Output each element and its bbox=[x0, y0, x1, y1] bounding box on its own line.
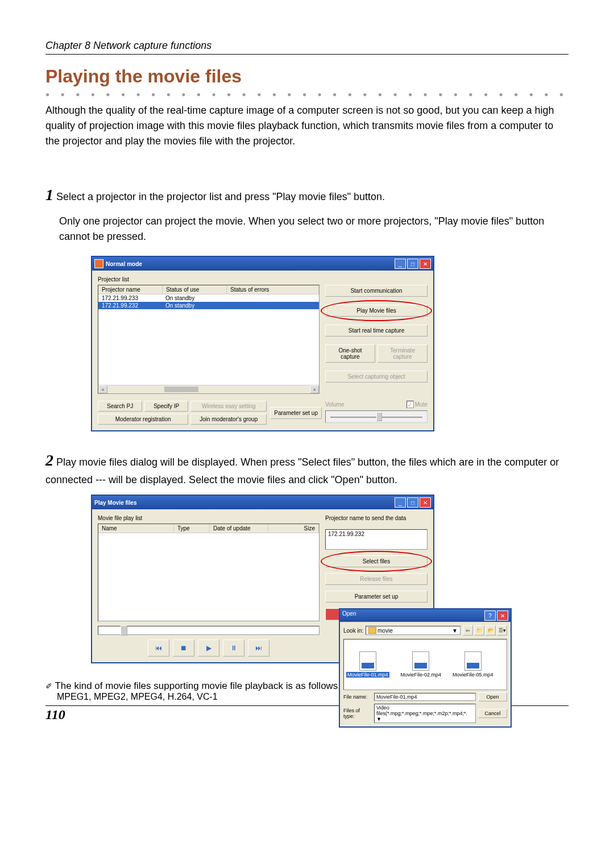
movie-file-list[interactable]: Name Type Date of update Size bbox=[98, 524, 320, 621]
cancel-button[interactable]: Cancel bbox=[478, 709, 507, 718]
open-file-dialog: Open ? ✕ Look in: movie ▼ ⇦ 📁 bbox=[339, 608, 512, 728]
new-folder-icon[interactable]: 📂 bbox=[486, 625, 496, 636]
volume-slider[interactable] bbox=[325, 410, 428, 423]
column-header[interactable]: Type bbox=[174, 524, 210, 533]
playback-progress[interactable] bbox=[98, 626, 320, 635]
column-header[interactable]: Size bbox=[268, 524, 319, 533]
file-list[interactable]: MovieFile-01.mp4 MovieFile-02.mp4 MovieF… bbox=[343, 639, 507, 690]
volume-label: Volume bbox=[325, 401, 344, 408]
folder-icon bbox=[368, 627, 376, 634]
intro-paragraph: Although the quality of the real-time ca… bbox=[45, 103, 569, 149]
window-title: Play Movie files bbox=[94, 500, 136, 506]
filename-input[interactable]: MovieFile-01.mp4 bbox=[374, 693, 476, 701]
step-text: Play movie files dialog will be displaye… bbox=[45, 456, 559, 485]
playlist-label: Movie file play list bbox=[98, 515, 320, 521]
pause-button[interactable]: ⏸ bbox=[223, 639, 244, 657]
decorative-dots: ● ● ● ● ● ● ● ● ● ● ● ● ● ● ● ● ● ● ● ● … bbox=[45, 90, 569, 98]
lookin-dropdown[interactable]: movie ▼ bbox=[366, 626, 460, 635]
lookin-label: Look in: bbox=[343, 628, 363, 634]
column-header[interactable]: Name bbox=[98, 524, 174, 533]
filetype-dropdown[interactable]: Video files(*.mpg;*.mpeg;*.mpe;*.m2p;*.m… bbox=[374, 704, 476, 723]
video-file-icon bbox=[359, 651, 376, 671]
column-header[interactable]: Status of use bbox=[163, 285, 227, 294]
chapter-header: Chapter 8 Network capture functions bbox=[45, 40, 569, 55]
step-number: 2 bbox=[45, 451, 53, 469]
window-title: Open bbox=[342, 610, 356, 621]
column-header[interactable]: Date of update bbox=[210, 524, 268, 533]
step-paragraph: Only one projector can project the movie… bbox=[59, 214, 569, 244]
open-button[interactable]: Open bbox=[478, 692, 507, 701]
video-file-icon bbox=[464, 651, 482, 671]
back-icon[interactable]: ⇦ bbox=[463, 625, 473, 636]
titlebar: Play Movie files _ □ ✕ bbox=[92, 496, 433, 509]
table-row[interactable]: 172.21.99.233 On standby bbox=[98, 294, 319, 302]
scroll-right-icon[interactable]: > bbox=[310, 385, 319, 393]
close-button[interactable]: ✕ bbox=[497, 610, 508, 621]
terminate-capture-button[interactable]: Terminate capture bbox=[377, 344, 428, 363]
scroll-thumb[interactable] bbox=[164, 387, 198, 392]
file-item[interactable]: MovieFile-05.mp4 bbox=[453, 651, 493, 678]
footnote-text: The kind of movie files supporting movie… bbox=[55, 680, 341, 691]
up-icon[interactable]: 📁 bbox=[474, 625, 484, 636]
release-files-button[interactable]: Release files bbox=[325, 573, 428, 585]
section-title: Playing the movie files bbox=[45, 66, 569, 87]
column-header[interactable]: Status of errors bbox=[227, 285, 319, 294]
table-row[interactable]: 172.21.99.232 On standby bbox=[98, 302, 319, 309]
minimize-button[interactable]: _ bbox=[395, 259, 406, 269]
search-pj-button[interactable]: Search PJ bbox=[98, 401, 142, 412]
scroll-left-icon[interactable]: < bbox=[98, 385, 107, 393]
maximize-button[interactable]: □ bbox=[407, 259, 418, 269]
window-title: Normal mode bbox=[106, 261, 142, 267]
close-button[interactable]: ✕ bbox=[420, 497, 431, 508]
progress-handle[interactable] bbox=[121, 625, 127, 636]
file-item[interactable]: MovieFile-02.mp4 bbox=[401, 651, 442, 678]
join-moderator-group-button[interactable]: Join moderator's group bbox=[190, 414, 267, 425]
help-button[interactable]: ? bbox=[484, 610, 496, 621]
wireless-easy-setting-button[interactable]: Wireless easy setting bbox=[190, 401, 267, 412]
play-movie-files-button[interactable]: Play Movie files bbox=[325, 305, 428, 317]
projector-list-table[interactable]: Projector name Status of use Status of e… bbox=[98, 285, 320, 394]
start-realtime-capture-button[interactable]: Start real time capture bbox=[325, 325, 428, 337]
projector-name-label: Projector name to send the data bbox=[325, 515, 428, 521]
filename-label: File name: bbox=[343, 694, 372, 700]
oneshot-capture-button[interactable]: One-shot capture bbox=[325, 344, 375, 363]
checkbox-icon: ✓ bbox=[406, 401, 414, 408]
parameter-setup-button[interactable]: Parameter set up bbox=[270, 407, 322, 419]
prev-button[interactable]: ⏮ bbox=[148, 639, 169, 657]
video-file-icon bbox=[412, 651, 429, 671]
scrollbar[interactable]: < > bbox=[98, 385, 319, 393]
app-icon bbox=[94, 259, 103, 268]
close-button[interactable]: ✕ bbox=[420, 259, 431, 269]
titlebar: Normal mode _ □ ✕ bbox=[92, 257, 433, 271]
file-item[interactable]: MovieFile-01.mp4 bbox=[346, 651, 389, 678]
filetype-label: Files of type: bbox=[343, 708, 372, 719]
view-menu-icon[interactable]: ☰▾ bbox=[497, 625, 507, 636]
select-files-button[interactable]: Select files bbox=[325, 555, 428, 567]
parameter-setup-button[interactable]: Parameter set up bbox=[325, 591, 428, 603]
specify-ip-button[interactable]: Specify IP bbox=[144, 401, 188, 412]
titlebar: Open ? ✕ bbox=[340, 609, 511, 622]
stop-button[interactable]: ⏹ bbox=[173, 639, 194, 657]
mute-checkbox[interactable]: ✓ Mute bbox=[406, 401, 428, 408]
moderator-registration-button[interactable]: Moderator registration bbox=[98, 414, 188, 425]
slider-thumb[interactable] bbox=[376, 412, 382, 421]
minimize-button[interactable]: _ bbox=[395, 497, 406, 508]
normal-mode-window: Normal mode _ □ ✕ Projector list Project… bbox=[91, 256, 434, 431]
maximize-button[interactable]: □ bbox=[407, 497, 418, 508]
next-button[interactable]: ⏭ bbox=[248, 639, 269, 657]
projector-list-label: Projector list bbox=[98, 276, 428, 283]
note-icon: ✐ bbox=[45, 682, 52, 691]
step-number: 1 bbox=[45, 186, 53, 203]
start-communication-button[interactable]: Start communication bbox=[325, 285, 428, 297]
select-capturing-object-button[interactable]: Select capturing object bbox=[325, 371, 428, 383]
projector-ip-box: 172.21.99.232 bbox=[325, 529, 428, 550]
step-text: Select a projector in the projector list… bbox=[56, 191, 385, 202]
column-header[interactable]: Projector name bbox=[98, 285, 163, 294]
play-button[interactable]: ▶ bbox=[198, 639, 219, 657]
